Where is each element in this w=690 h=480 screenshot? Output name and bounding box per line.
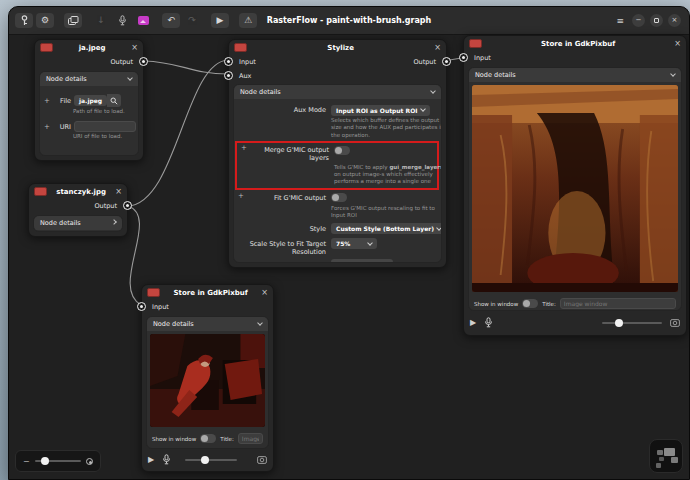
node-header[interactable]: ja.jpeg × xyxy=(35,40,143,55)
plus-icon[interactable]: + xyxy=(239,144,249,152)
uri-input[interactable] xyxy=(74,121,136,132)
aux-port[interactable] xyxy=(224,71,233,80)
merge-gmic-caption: Tells G'MIC to apply gui_merge_layers on… xyxy=(334,164,442,186)
images-library-icon[interactable] xyxy=(64,13,82,28)
output-port-label: Output xyxy=(94,202,117,210)
node-details-header[interactable]: Node details xyxy=(147,317,268,331)
close-window-button[interactable]: × xyxy=(668,14,681,27)
window-title-input[interactable] xyxy=(238,433,263,444)
plus-icon[interactable]: + xyxy=(42,123,52,131)
chevron-down-icon xyxy=(420,106,426,112)
window-title-input[interactable] xyxy=(560,298,676,309)
merge-gmic-toggle[interactable] xyxy=(334,146,350,155)
show-in-window-toggle[interactable] xyxy=(522,299,538,308)
style-label: Style xyxy=(246,223,326,233)
node-details-header[interactable]: Node details xyxy=(40,72,138,86)
image-preview xyxy=(472,85,678,292)
fit-gmic-toggle[interactable] xyxy=(331,193,347,202)
canvas-zoom-slider[interactable] xyxy=(35,457,81,465)
output-port[interactable] xyxy=(139,57,148,66)
close-icon[interactable]: × xyxy=(261,288,268,297)
key-icon[interactable] xyxy=(15,13,33,28)
preview-zoom-slider[interactable] xyxy=(602,319,662,327)
zoom-fit-icon[interactable] xyxy=(86,458,93,465)
aux-port-label: Aux xyxy=(239,72,251,80)
output-port[interactable] xyxy=(442,57,451,66)
redo-icon[interactable]: ↷ xyxy=(183,13,201,28)
chevron-down-icon xyxy=(436,225,442,231)
node-color-swatch-icon xyxy=(469,39,482,48)
image-preview xyxy=(150,334,265,427)
zoom-out-icon[interactable]: − xyxy=(23,457,30,466)
title-label: Title: xyxy=(542,301,556,307)
output-port-label: Output xyxy=(413,58,436,66)
chevron-down-icon xyxy=(430,88,436,94)
node-header[interactable]: stanczyk.jpg × xyxy=(29,184,127,199)
style-variations-label: Style Variations xyxy=(246,259,326,263)
node-color-swatch-icon xyxy=(234,43,247,52)
title-label: Title: xyxy=(220,436,234,442)
preview-zoom-slider[interactable] xyxy=(185,456,237,464)
node-details-header[interactable]: Node details xyxy=(234,85,441,99)
node-details-label: Node details xyxy=(40,219,81,227)
node-stylize[interactable]: Stylize × Input Output Aux Node details xyxy=(228,39,447,268)
input-port-label: Input xyxy=(474,54,491,62)
node-canvas[interactable]: ja.jpeg × Output Node details + File ja.… xyxy=(9,35,689,479)
browse-file-button[interactable] xyxy=(107,94,121,107)
close-icon[interactable]: × xyxy=(674,39,681,48)
show-in-window-label: Show in window xyxy=(474,301,518,307)
node-header[interactable]: Store in GdkPixbuf × xyxy=(464,36,686,51)
input-port[interactable] xyxy=(459,53,468,62)
play-icon[interactable]: ▶ xyxy=(148,456,154,464)
plus-icon[interactable]: + xyxy=(236,192,246,200)
canvas-zoom-control: − xyxy=(15,450,101,472)
import-icon[interactable]: ↓ xyxy=(92,13,110,28)
microphone-icon[interactable] xyxy=(484,317,493,328)
menu-icon[interactable]: ≡ xyxy=(616,16,624,26)
aux-mode-dropdown[interactable]: Input ROI as Output ROI xyxy=(331,105,430,116)
minimap-button[interactable] xyxy=(649,439,683,473)
node-details-label: Node details xyxy=(46,75,87,83)
style-variations-dropdown[interactable]: None xyxy=(331,259,393,263)
show-in-window-toggle[interactable] xyxy=(200,434,216,443)
run-graph-button[interactable]: ▶ xyxy=(211,13,229,28)
picker-icon[interactable] xyxy=(113,13,131,28)
active-image-icon[interactable] xyxy=(134,13,152,28)
node-color-swatch-icon xyxy=(40,43,53,52)
node-header[interactable]: Store in GdkPixbuf × xyxy=(142,285,273,300)
close-icon[interactable]: × xyxy=(115,187,122,196)
play-icon[interactable]: ▶ xyxy=(470,319,476,327)
node-title: stanczyk.jpg xyxy=(51,188,111,196)
microphone-icon[interactable] xyxy=(162,454,171,465)
settings-gear-icon[interactable]: ⚙ xyxy=(36,13,54,28)
file-value-chip[interactable]: ja.jpeg xyxy=(74,95,107,106)
highlight-rectangle: + Merge G'MIC output layers Tells G'MIC … xyxy=(235,141,439,190)
app-window: ⚙ ↓ ↶ ↷ ▶ ⚠ RasterFlow - paint-with-brus… xyxy=(8,6,690,480)
style-dropdown[interactable]: Custom Style (Bottom Layer) xyxy=(331,223,442,234)
warnings-icon[interactable]: ⚠ xyxy=(239,13,257,28)
node-details-label: Node details xyxy=(475,71,516,79)
node-details-header[interactable]: Node details xyxy=(469,68,681,82)
scale-style-dropdown[interactable]: 75% xyxy=(331,238,377,249)
undo-icon[interactable]: ↶ xyxy=(162,13,180,28)
input-port[interactable] xyxy=(137,302,146,311)
camera-icon[interactable] xyxy=(670,318,680,327)
node-color-swatch-icon xyxy=(34,187,47,196)
plus-icon[interactable]: + xyxy=(42,97,52,105)
minimize-button[interactable]: − xyxy=(632,14,645,27)
node-store-gdkpixbuf-right[interactable]: Store in GdkPixbuf × Input Node details xyxy=(463,35,687,336)
node-stanczyk-jpg[interactable]: stanczyk.jpg × Output Node details xyxy=(28,183,128,237)
window-controls: ≡ − × xyxy=(616,14,689,27)
close-icon[interactable]: × xyxy=(131,43,138,52)
node-store-gdkpixbuf-bottom[interactable]: Store in GdkPixbuf × Input Node details xyxy=(141,284,274,472)
node-details-header[interactable]: Node details xyxy=(34,216,122,230)
close-icon[interactable]: × xyxy=(434,43,441,52)
node-title: ja.jpeg xyxy=(57,44,127,52)
node-header[interactable]: Stylize × xyxy=(229,40,446,55)
maximize-button[interactable] xyxy=(650,14,663,27)
node-details-label: Node details xyxy=(153,320,194,328)
output-port[interactable] xyxy=(123,201,132,210)
input-port[interactable] xyxy=(224,57,233,66)
node-ja-jpeg[interactable]: ja.jpeg × Output Node details + File ja.… xyxy=(34,39,144,161)
camera-icon[interactable] xyxy=(257,455,267,464)
